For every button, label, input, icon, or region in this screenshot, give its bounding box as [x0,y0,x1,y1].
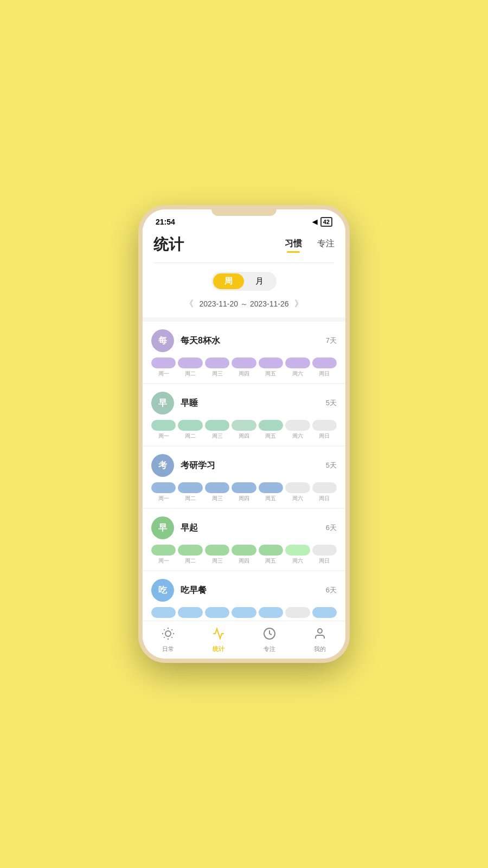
time-display: 21:54 [156,218,175,226]
habit-count: 6天 [326,523,337,533]
period-week-btn[interactable]: 周 [213,273,244,289]
nav-item-专注[interactable]: 专注 [244,621,295,659]
nav-label-我的: 我的 [314,645,326,653]
habit-count: 5天 [326,461,337,470]
signal-icon: ◀ [312,218,317,226]
habit-bars: 周一 周二 周三 周四 周五 周六 [151,420,337,440]
nav-item-我的[interactable]: 我的 [295,621,346,659]
bar-column: 周五 [259,545,283,565]
bar-column: 周二 [178,420,202,440]
day-label: 周二 [185,432,196,440]
day-label: 周五 [265,370,276,378]
svg-line-4 [171,637,172,637]
page-title: 统计 [153,234,184,255]
habit-card-top: 早 早睡 5天 [151,392,337,414]
status-icons: ◀ 42 [312,217,332,227]
bar-column: 周五 [259,482,283,502]
bar-pill [259,545,283,556]
phone-notch [211,209,277,216]
bar-column: 周一 [151,358,176,378]
habit-card-habit-sleep[interactable]: 早 早睡 5天 周一 周二 周三 [143,384,345,445]
bar-column: 周六 [285,545,310,565]
bar-column: 周三 [205,358,229,378]
habit-card-habit-study[interactable]: 考 考研学习 5天 周一 周二 周三 [143,446,345,508]
tab-habits[interactable]: 习惯 [285,238,302,252]
day-label: 周四 [239,432,249,440]
nav-label-统计: 统计 [213,645,224,653]
day-label: 周一 [158,557,169,565]
habit-card-top: 每 每天8杯水 7天 [151,329,337,352]
bar-pill [312,358,337,368]
bar-pill [312,545,337,556]
bar-column: 周六 [285,358,310,378]
bar-pill [232,607,256,618]
bar-column: 周六 [285,420,310,440]
bar-pill [178,358,202,368]
svg-line-3 [164,629,164,630]
svg-point-10 [318,629,322,633]
bar-pill [312,607,337,618]
day-label: 周二 [185,495,196,502]
day-label: 周日 [319,370,330,378]
bar-column: 周一 [151,482,176,502]
day-label: 周五 [265,495,276,502]
habit-info-habit-study: 考研学习 5天 [181,460,337,471]
nav-item-统计[interactable]: 统计 [194,621,245,659]
battery-indicator: 42 [320,217,332,227]
habit-name-row: 每天8杯水 7天 [181,335,337,347]
date-range: 《 2023-11-20 ～ 2023-11-26 》 [153,298,335,310]
day-label: 周六 [292,557,303,565]
day-label: 周四 [239,370,249,378]
day-label: 周一 [158,370,169,378]
day-label: 周二 [185,370,196,378]
bar-pill [259,358,283,368]
habit-icon-habit-sleep: 早 [151,392,174,414]
bar-column: 周四 [232,420,256,440]
habit-name-row: 吃早餐 6天 [181,585,337,596]
bar-pill [151,420,176,431]
tab-focus[interactable]: 专注 [317,238,335,252]
bar-column: 周四 [232,482,256,502]
bar-pill [151,545,176,556]
day-label: 周一 [158,495,169,502]
day-label: 周六 [292,432,303,440]
prev-period-btn[interactable]: 《 [185,298,194,310]
habit-name: 考研学习 [181,460,215,471]
bar-column: 周一 [151,545,176,565]
day-label: 周五 [265,432,276,440]
nav-icon-日常 [162,627,175,643]
phone-frame: 21:54 ◀ 42 统计 习惯 专注 周 月 《 [138,205,350,663]
period-month-btn[interactable]: 月 [244,273,275,289]
habits-list: 每 每天8杯水 7天 周一 周二 周三 [143,322,345,656]
habit-bars: 周一 周二 周三 周四 周五 周六 [151,545,337,565]
bar-pill [205,482,229,493]
habit-info-habit-breakfast: 吃早餐 6天 [181,585,337,596]
bar-pill [205,545,229,556]
bar-pill [151,482,176,493]
habit-card-habit-water[interactable]: 每 每天8杯水 7天 周一 周二 周三 [143,322,345,383]
nav-icon-统计 [212,627,225,643]
day-label: 周日 [319,432,330,440]
day-label: 周三 [212,557,223,565]
page-header: 统计 习惯 专注 [143,229,345,263]
bar-pill [232,545,256,556]
nav-item-日常[interactable]: 日常 [143,621,194,659]
day-label: 周一 [158,432,169,440]
bar-column: 周五 [259,358,283,378]
bar-column: 周一 [151,420,176,440]
habit-count: 5天 [326,398,337,408]
bar-pill [178,420,202,431]
next-period-btn[interactable]: 》 [294,298,303,310]
habit-name-row: 早睡 5天 [181,398,337,409]
nav-icon-专注 [263,627,276,643]
habit-card-habit-wakeup[interactable]: 早 早起 6天 周一 周二 周三 [143,509,345,570]
habit-icon-habit-study: 考 [151,454,174,477]
bar-pill [178,482,202,493]
bar-column: 周日 [312,420,337,440]
bar-pill [232,420,256,431]
habit-count: 6天 [326,585,337,595]
habit-name: 早睡 [181,398,198,409]
svg-point-0 [165,631,171,636]
habit-name-row: 早起 6天 [181,522,337,534]
bar-column: 周三 [205,545,229,565]
